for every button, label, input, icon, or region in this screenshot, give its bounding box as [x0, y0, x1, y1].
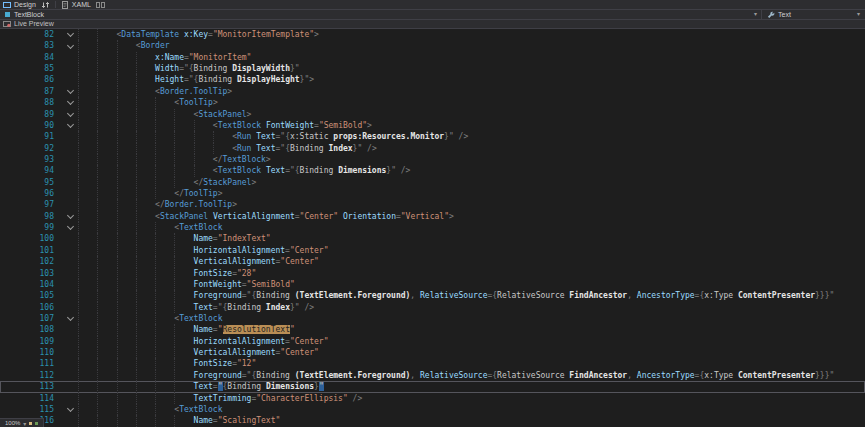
line-number[interactable]: 113 [0, 381, 62, 392]
code-line-99[interactable]: 99<TextBlock [0, 222, 865, 233]
fold-chevron-icon[interactable] [62, 211, 78, 222]
line-number[interactable]: 89 [0, 109, 62, 120]
line-number[interactable]: 106 [0, 302, 62, 313]
fold-chevron-icon[interactable] [62, 120, 78, 131]
line-number[interactable]: 105 [0, 290, 62, 301]
code-line-98[interactable]: 98<StackPanel VerticalAlignment="Center"… [0, 211, 865, 222]
code-line-86[interactable]: 86Height="{Binding DisplayHeight}"> [0, 74, 865, 85]
line-number[interactable]: 82 [0, 29, 62, 40]
code-line-91[interactable]: 91<Run Text="{x:Static props:Resources.M… [0, 131, 865, 142]
design-tab[interactable]: Design [3, 0, 36, 9]
code-text[interactable]: Width="{Binding DisplayWidth}" [78, 63, 865, 74]
fold-chevron-icon[interactable] [62, 404, 78, 415]
code-text[interactable]: FontSize="12" [78, 358, 865, 369]
code-text[interactable]: x:Name="MonitorItem" [78, 52, 865, 63]
code-line-90[interactable]: 90<TextBlock FontWeight="SemiBold"> [0, 120, 865, 131]
fold-chevron-icon[interactable] [62, 86, 78, 97]
code-line-96[interactable]: 96</ToolTip> [0, 188, 865, 199]
code-text[interactable]: </ToolTip> [78, 188, 865, 199]
code-line-93[interactable]: 93</TextBlock> [0, 154, 865, 165]
line-number[interactable]: 109 [0, 336, 62, 347]
code-text[interactable]: VerticalAlignment="Center" [78, 256, 865, 267]
code-text[interactable]: <TextBlock [78, 222, 865, 233]
code-text[interactable]: VerticalAlignment="Center" [78, 347, 865, 358]
code-line-83[interactable]: 83<Border [0, 40, 865, 51]
code-text[interactable]: </TextBlock> [78, 154, 865, 165]
code-text[interactable]: Height="{Binding DisplayHeight}"> [78, 74, 865, 85]
code-text[interactable]: </Border.ToolTip> [78, 199, 865, 210]
line-number[interactable]: 96 [0, 188, 62, 199]
fold-chevron-icon[interactable] [62, 29, 78, 40]
code-line-92[interactable]: 92<Run Text="{Binding Index}" /> [0, 143, 865, 154]
code-text[interactable]: <Run Text="{x:Static props:Resources.Mon… [78, 131, 865, 142]
line-number[interactable]: 101 [0, 245, 62, 256]
code-line-113[interactable]: 113Text="{Binding Dimensions}" [0, 381, 865, 392]
line-number[interactable]: 98 [0, 211, 62, 222]
code-line-107[interactable]: 107<TextBlock [0, 313, 865, 324]
code-line-109[interactable]: 109HorizontalAlignment="Center" [0, 336, 865, 347]
code-text[interactable]: <DataTemplate x:Key="MonitorItemTemplate… [78, 29, 865, 40]
code-line-114[interactable]: 114TextTrimming="CharacterEllipsis" /> [0, 393, 865, 404]
code-line-87[interactable]: 87<Border.ToolTip> [0, 86, 865, 97]
split-view-icon[interactable] [96, 1, 105, 9]
swap-panes-icon[interactable] [41, 1, 50, 9]
code-line-97[interactable]: 97</Border.ToolTip> [0, 199, 865, 210]
line-number[interactable]: 114 [0, 393, 62, 404]
line-number[interactable]: 112 [0, 370, 62, 381]
code-text[interactable]: <StackPanel> [78, 109, 865, 120]
code-line-88[interactable]: 88<ToolTip> [0, 97, 865, 108]
line-number[interactable]: 90 [0, 120, 62, 131]
line-number[interactable]: 84 [0, 52, 62, 63]
line-number[interactable]: 104 [0, 279, 62, 290]
code-text[interactable]: HorizontalAlignment="Center" [78, 245, 865, 256]
property-breadcrumb-combo[interactable]: Text ▾ [761, 10, 865, 19]
code-text[interactable]: <Border.ToolTip> [78, 86, 865, 97]
line-number[interactable]: 85 [0, 63, 62, 74]
line-number[interactable]: 100 [0, 233, 62, 244]
code-line-105[interactable]: 105Foreground="{Binding (TextElement.For… [0, 290, 865, 301]
code-line-84[interactable]: 84x:Name="MonitorItem" [0, 52, 865, 63]
code-line-106[interactable]: 106Text="{Binding Index}" /> [0, 302, 865, 313]
code-line-89[interactable]: 89<StackPanel> [0, 109, 865, 120]
code-line-101[interactable]: 101HorizontalAlignment="Center" [0, 245, 865, 256]
code-line-111[interactable]: 111FontSize="12" [0, 358, 865, 369]
line-number[interactable]: 92 [0, 143, 62, 154]
code-text[interactable]: FontSize="28" [78, 268, 865, 279]
line-number[interactable]: 99 [0, 222, 62, 233]
code-text[interactable]: <StackPanel VerticalAlignment="Center" O… [78, 211, 865, 222]
code-line-115[interactable]: 115<TextBlock [0, 404, 865, 415]
line-number[interactable]: 93 [0, 154, 62, 165]
line-number[interactable]: 95 [0, 177, 62, 188]
code-text[interactable]: Foreground="{Binding (TextElement.Foregr… [78, 290, 865, 301]
code-text[interactable]: <TextBlock [78, 404, 865, 415]
code-text[interactable]: FontWeight="SemiBold" [78, 279, 865, 290]
code-line-94[interactable]: 94<TextBlock Text="{Binding Dimensions}"… [0, 165, 865, 176]
line-number[interactable]: 88 [0, 97, 62, 108]
code-text[interactable]: <Border [78, 40, 865, 51]
fold-chevron-icon[interactable] [62, 109, 78, 120]
code-text[interactable]: </StackPanel> [78, 177, 865, 188]
code-line-82[interactable]: 82<DataTemplate x:Key="MonitorItemTempla… [0, 29, 865, 40]
fold-chevron-icon[interactable] [62, 97, 78, 108]
line-number[interactable]: 115 [0, 404, 62, 415]
fold-chevron-icon[interactable] [62, 222, 78, 233]
code-line-100[interactable]: 100Name="IndexText" [0, 233, 865, 244]
code-text[interactable]: Name="ScalingText" [78, 415, 865, 426]
line-number[interactable]: 110 [0, 347, 62, 358]
editor-zoom-control[interactable]: 100% ▾ [0, 418, 44, 427]
code-line-110[interactable]: 110VerticalAlignment="Center" [0, 347, 865, 358]
line-number[interactable]: 94 [0, 165, 62, 176]
fold-chevron-icon[interactable] [62, 40, 78, 51]
code-line-85[interactable]: 85Width="{Binding DisplayWidth}" [0, 63, 865, 74]
code-line-108[interactable]: 108Name="ResolutionText" [0, 324, 865, 335]
code-line-116[interactable]: 116Name="ScalingText" [0, 415, 865, 426]
code-text[interactable]: Text="{Binding Dimensions}" [78, 381, 865, 392]
xaml-tab[interactable]: XAML [61, 0, 91, 9]
code-line-102[interactable]: 102VerticalAlignment="Center" [0, 256, 865, 267]
code-text[interactable]: <ToolTip> [78, 97, 865, 108]
code-line-104[interactable]: 104FontWeight="SemiBold" [0, 279, 865, 290]
live-preview-toggle[interactable]: Live Preview [0, 20, 865, 29]
code-line-103[interactable]: 103FontSize="28" [0, 268, 865, 279]
code-text[interactable]: <TextBlock Text="{Binding Dimensions}" /… [78, 165, 865, 176]
element-breadcrumb-combo[interactable]: TextBlock ▾ [0, 10, 761, 19]
